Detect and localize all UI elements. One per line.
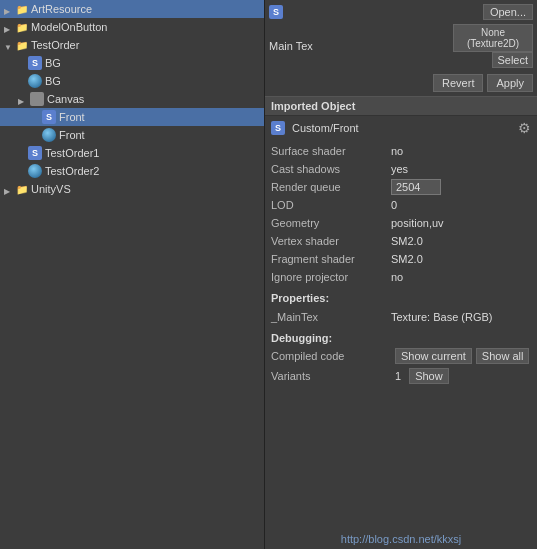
- none-texture-display: None (Texture2D): [453, 24, 533, 52]
- shader-s-icon: S: [269, 5, 283, 19]
- item-label: Front: [59, 129, 85, 141]
- shader-name-label: Custom/Front: [292, 122, 359, 134]
- prop-value: no: [391, 145, 403, 157]
- compiled-code-label: Compiled code: [271, 350, 391, 362]
- properties-heading: Properties:: [265, 288, 537, 306]
- prop-value: Texture: Base (RGB): [391, 311, 492, 323]
- tree-item-modelonbutton[interactable]: 📁 ModelOnButton: [0, 18, 264, 36]
- variants-row: Variants 1 Show: [265, 366, 537, 386]
- item-label: BG: [45, 75, 61, 87]
- tree-item-testorder2[interactable]: TestOrder2: [0, 162, 264, 180]
- sphere-icon: [42, 128, 56, 142]
- prop-label: Fragment shader: [271, 253, 391, 265]
- prop-label: Cast shadows: [271, 163, 391, 175]
- tree-item-front2[interactable]: Front: [0, 126, 264, 144]
- variants-count: 1: [395, 370, 401, 382]
- s-icon: S: [28, 146, 42, 160]
- prop-label: Ignore projector: [271, 271, 391, 283]
- item-label: TestOrder2: [45, 165, 99, 177]
- revert-button[interactable]: Revert: [433, 74, 483, 92]
- gear-icon[interactable]: ⚙: [518, 120, 531, 136]
- prop-row-geometry: Geometry position,uv: [271, 214, 531, 232]
- footer-link: http://blog.csdn.net/kkxsj: [265, 513, 537, 549]
- expand-arrow: [4, 40, 14, 50]
- show-all-button[interactable]: Show all: [476, 348, 530, 364]
- prop-row-fragment-shader: Fragment shader SM2.0: [271, 250, 531, 268]
- shader-header-row: S Open...: [269, 4, 533, 20]
- main-tex-prop-row: _MainTex Texture: Base (RGB): [265, 306, 537, 328]
- revert-apply-row: Revert Apply: [269, 74, 533, 92]
- prop-label: _MainTex: [271, 311, 391, 323]
- item-label: Front: [59, 111, 85, 123]
- none-texture-line2: (Texture2D): [460, 38, 526, 49]
- prop-row-surface-shader: Surface shader no: [271, 142, 531, 160]
- tree-item-bg2[interactable]: BG: [0, 72, 264, 90]
- prop-value: yes: [391, 163, 408, 175]
- compiled-code-row: Compiled code Show current Show all: [265, 346, 537, 366]
- main-tex-label: Main Tex: [269, 40, 313, 52]
- sphere-icon: [28, 164, 42, 178]
- show-button[interactable]: Show: [409, 368, 449, 384]
- item-label: UnityVS: [31, 183, 71, 195]
- prop-value: position,uv: [391, 217, 444, 229]
- show-current-button[interactable]: Show current: [395, 348, 472, 364]
- prop-label: Surface shader: [271, 145, 391, 157]
- folder-icon: 📁: [16, 4, 28, 15]
- shader-icon: S: [271, 121, 285, 135]
- prop-label: Geometry: [271, 217, 391, 229]
- s-icon: S: [42, 110, 56, 124]
- item-label: Canvas: [47, 93, 84, 105]
- main-tex-row: Main Tex None (Texture2D) Select: [269, 24, 533, 68]
- prop-label: Vertex shader: [271, 235, 391, 247]
- tree-item-canvas[interactable]: Canvas: [0, 90, 264, 108]
- s-icon: S: [28, 56, 42, 70]
- item-label: TestOrder: [31, 39, 79, 51]
- shader-name-row: S Custom/Front: [271, 121, 359, 135]
- none-texture-line1: None: [460, 27, 526, 38]
- prop-label: Render queue: [271, 181, 391, 193]
- prop-label: LOD: [271, 199, 391, 211]
- imported-object-section-header: Imported Object: [265, 96, 537, 116]
- expand-arrow: [4, 184, 14, 194]
- open-button[interactable]: Open...: [483, 4, 533, 20]
- expand-arrow: [4, 4, 14, 14]
- prop-row-cast-shadows: Cast shadows yes: [271, 160, 531, 178]
- item-label: ModelOnButton: [31, 21, 107, 33]
- canvas-icon: [30, 92, 44, 106]
- variants-label: Variants: [271, 370, 391, 382]
- prop-value: SM2.0: [391, 253, 423, 265]
- folder-icon: 📁: [16, 40, 28, 51]
- hierarchy-panel: 📁 ArtResource 📁 ModelOnButton 📁 TestOrde…: [0, 0, 265, 549]
- inspector-panel: S Open... Main Tex None (Texture2D) Sele…: [265, 0, 537, 549]
- tree-item-testorder[interactable]: 📁 TestOrder: [0, 36, 264, 54]
- apply-button[interactable]: Apply: [487, 74, 533, 92]
- tree-item-artresource[interactable]: 📁 ArtResource: [0, 0, 264, 18]
- shader-top-section: S Open... Main Tex None (Texture2D) Sele…: [265, 0, 537, 96]
- item-label: TestOrder1: [45, 147, 99, 159]
- tree-item-testorder1[interactable]: S TestOrder1: [0, 144, 264, 162]
- debugging-heading: Debugging:: [265, 328, 537, 346]
- render-queue-input[interactable]: [391, 179, 441, 195]
- prop-value: 0: [391, 199, 397, 211]
- select-button[interactable]: Select: [492, 52, 533, 68]
- prop-row-lod: LOD 0: [271, 196, 531, 214]
- folder-icon: 📁: [16, 22, 28, 33]
- prop-value: no: [391, 271, 403, 283]
- shader-name-area: S: [269, 5, 479, 19]
- tree-item-unityvs[interactable]: 📁 UnityVS: [0, 180, 264, 198]
- expand-arrow: [18, 94, 28, 104]
- tree-item-bg1[interactable]: S BG: [0, 54, 264, 72]
- item-label: ArtResource: [31, 3, 92, 15]
- prop-row-render-queue: Render queue: [271, 178, 531, 196]
- imported-object-header: S Custom/Front ⚙: [265, 116, 537, 140]
- sphere-icon: [28, 74, 42, 88]
- prop-row-main-tex: _MainTex Texture: Base (RGB): [271, 308, 531, 326]
- item-label: BG: [45, 57, 61, 69]
- folder-icon: 📁: [16, 184, 28, 195]
- properties-table: Surface shader no Cast shadows yes Rende…: [265, 140, 537, 288]
- prop-value: SM2.0: [391, 235, 423, 247]
- prop-row-ignore-projector: Ignore projector no: [271, 268, 531, 286]
- prop-row-vertex-shader: Vertex shader SM2.0: [271, 232, 531, 250]
- tree-item-front[interactable]: S Front: [0, 108, 264, 126]
- expand-arrow: [4, 22, 14, 32]
